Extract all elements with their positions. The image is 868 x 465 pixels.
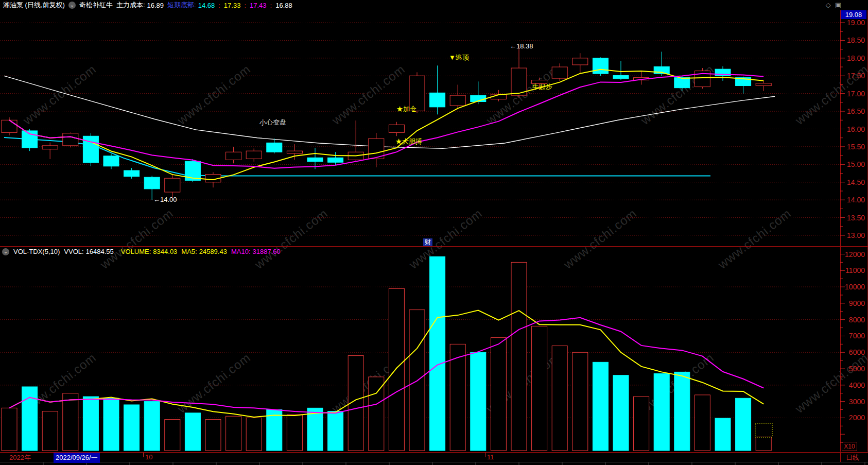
volume-bar[interactable]	[491, 338, 506, 451]
year-label: 2022年	[9, 453, 31, 462]
chevron-circle-icon[interactable]: ⌄	[68, 2, 76, 9]
separator: :	[244, 2, 246, 9]
candlestick-and-volume-chart[interactable]: 13.0013.5014.0014.5015.0015.5016.0016.50…	[0, 0, 868, 465]
candlestick[interactable]	[124, 170, 140, 177]
volume-bar[interactable]	[654, 374, 669, 451]
selected-date-label[interactable]: 2022/09/26/一	[54, 453, 100, 463]
volume-axis-label: 3000	[849, 398, 865, 406]
volume-bar[interactable]	[2, 408, 17, 451]
volume-bar[interactable]	[695, 395, 710, 451]
volume-bar[interactable]	[307, 408, 323, 451]
candlestick[interactable]	[674, 78, 690, 88]
volume-bar[interactable]	[674, 372, 690, 451]
chart-annotation: ▼逃顶	[449, 53, 469, 62]
candlestick[interactable]	[593, 58, 608, 74]
candlestick[interactable]	[63, 133, 78, 146]
price-axis-label: 14.50	[847, 178, 865, 186]
candlestick[interactable]	[552, 67, 567, 78]
vol-ma10-label: MA10:	[231, 248, 251, 255]
volume-axis-label: 10000	[845, 283, 865, 291]
price-axis-label: 17.00	[847, 90, 865, 98]
candlestick[interactable]	[287, 151, 302, 153]
candlestick[interactable]	[103, 156, 119, 166]
candlestick[interactable]	[430, 93, 445, 107]
chart-annotation: 小心变盘	[259, 118, 286, 127]
volume-value: 8344.03	[153, 248, 177, 255]
price-axis-label: 19.00	[847, 19, 865, 27]
candlestick[interactable]	[2, 120, 17, 132]
candlestick[interactable]	[42, 146, 58, 149]
stock-chart-window: 湘油泵 (日线,前复权) ⌄ 奇松补红牛 主力成本: 16.89 短期底部: 1…	[0, 0, 868, 465]
candlestick[interactable]	[165, 178, 180, 192]
volume-axis-label: 11000	[845, 266, 865, 274]
candlestick[interactable]	[267, 143, 282, 152]
volume-bar[interactable]	[471, 352, 486, 451]
month-label-october: 10	[145, 453, 152, 461]
volume-bar[interactable]	[613, 375, 629, 451]
chart-annotation: ★加仓	[396, 105, 416, 114]
candlestick[interactable]	[328, 158, 343, 162]
candlestick[interactable]	[307, 158, 323, 162]
price-axis-label: 14.00	[847, 196, 865, 204]
stock-title: 湘油泵 (日线,前复权)	[3, 1, 65, 10]
volume-bar[interactable]	[572, 352, 588, 451]
candlestick[interactable]	[613, 76, 629, 79]
volume-bar[interactable]	[144, 402, 160, 451]
volume-bar[interactable]	[287, 415, 302, 451]
candlestick[interactable]	[226, 152, 241, 160]
diamond-icon[interactable]: ◇	[826, 1, 831, 9]
candlestick[interactable]	[756, 83, 771, 86]
short-bottom-value: 14.68	[198, 2, 215, 9]
chevron-circle-icon[interactable]: ⌄	[2, 248, 9, 255]
volume-bar[interactable]	[63, 393, 78, 451]
volume-bar[interactable]	[42, 411, 58, 451]
volume-bar[interactable]	[328, 411, 343, 451]
volume-bar[interactable]	[205, 420, 221, 451]
candlestick[interactable]	[246, 151, 262, 159]
period-selector[interactable]: 日线	[846, 453, 859, 462]
volume-pane-header: ⌄ VOL-TDX(5,10) VVOL: 16484.55 VOLUME: 8…	[2, 247, 281, 256]
chart-annotation: ←18.38	[510, 42, 533, 50]
volume-bar[interactable]	[369, 377, 384, 451]
short-bottom-label: 短期底部:	[167, 1, 196, 10]
volume-bar[interactable]	[593, 362, 608, 451]
candlestick[interactable]	[450, 95, 465, 106]
volume-indicator-name: VOL-TDX(5,10)	[13, 248, 60, 255]
volume-bar[interactable]	[22, 387, 38, 451]
window-layout-icon[interactable]: ▣	[835, 1, 841, 9]
volume-axis-label: 8000	[849, 316, 865, 324]
candlestick[interactable]	[511, 68, 527, 95]
volume-bar[interactable]	[185, 413, 200, 451]
volume-bar[interactable]	[430, 256, 445, 451]
volume-bar[interactable]	[532, 326, 547, 451]
volume-bar[interactable]	[246, 418, 262, 451]
candlestick[interactable]	[389, 125, 404, 132]
date-axis-bar: 2022年 2022/09/26/一 10 11 日线	[0, 453, 868, 462]
candlestick[interactable]	[572, 58, 588, 65]
volume-bar[interactable]	[450, 344, 465, 451]
volume-axis-label: 4000	[849, 381, 865, 389]
vvol-value: 16484.55	[86, 248, 114, 255]
volume-axis-label: 5000	[849, 365, 865, 373]
volume-bar[interactable]	[634, 397, 649, 451]
indicator-name: 奇松补红牛	[79, 1, 113, 10]
volume-bar[interactable]	[83, 397, 98, 451]
candlestick[interactable]	[144, 177, 160, 189]
volume-bar[interactable]	[226, 416, 241, 451]
volume-bar[interactable]	[715, 418, 731, 451]
price-axis-label: 18.00	[847, 54, 865, 62]
volume-bar[interactable]	[511, 262, 527, 451]
finance-badge[interactable]: 财	[423, 238, 432, 246]
volume-bar[interactable]	[165, 420, 180, 451]
volume-bar[interactable]	[736, 398, 751, 451]
volume-bar[interactable]	[389, 288, 404, 451]
ma10-header-value: 17.43	[250, 2, 267, 9]
cursor-selection-box[interactable]	[755, 423, 772, 437]
volume-bar[interactable]	[552, 346, 567, 451]
volume-bar[interactable]	[103, 398, 119, 451]
volume-label: VOLUME:	[121, 248, 151, 255]
volume-bar[interactable]	[756, 437, 771, 451]
volume-bar[interactable]	[409, 310, 425, 451]
volume-bar[interactable]	[124, 405, 140, 451]
main-cost-value: 16.89	[147, 2, 164, 9]
